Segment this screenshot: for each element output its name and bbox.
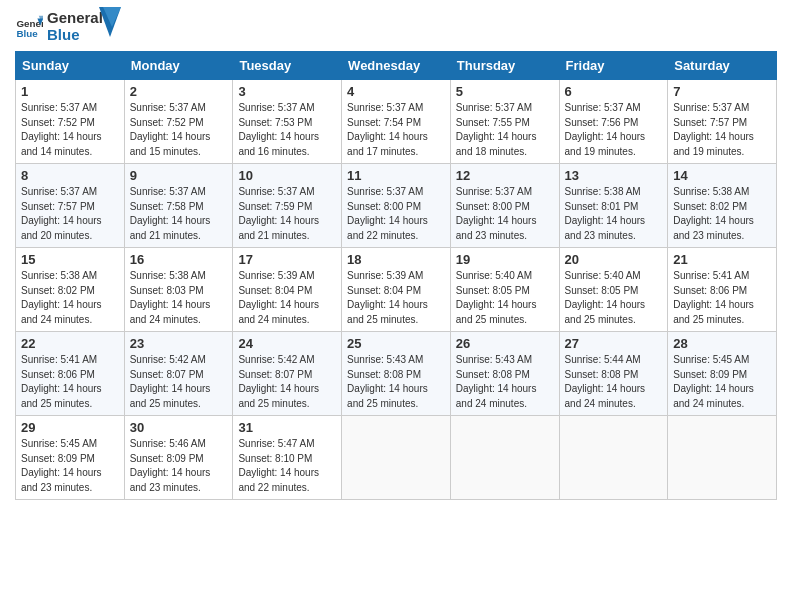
day-info: Sunrise: 5:37 AM Sunset: 7:53 PM Dayligh…: [238, 101, 336, 159]
day-number: 17: [238, 252, 336, 267]
day-info: Sunrise: 5:43 AM Sunset: 8:08 PM Dayligh…: [347, 353, 445, 411]
calendar-cell: 7Sunrise: 5:37 AM Sunset: 7:57 PM Daylig…: [668, 80, 777, 164]
day-number: 5: [456, 84, 554, 99]
calendar-cell: 6Sunrise: 5:37 AM Sunset: 7:56 PM Daylig…: [559, 80, 668, 164]
calendar-header-row: SundayMondayTuesdayWednesdayThursdayFrid…: [16, 52, 777, 80]
logo: General Blue General Blue: [15, 10, 121, 43]
day-info: Sunrise: 5:42 AM Sunset: 8:07 PM Dayligh…: [130, 353, 228, 411]
calendar-cell: 8Sunrise: 5:37 AM Sunset: 7:57 PM Daylig…: [16, 164, 125, 248]
day-number: 18: [347, 252, 445, 267]
day-info: Sunrise: 5:42 AM Sunset: 8:07 PM Dayligh…: [238, 353, 336, 411]
day-info: Sunrise: 5:47 AM Sunset: 8:10 PM Dayligh…: [238, 437, 336, 495]
calendar-cell: 26Sunrise: 5:43 AM Sunset: 8:08 PM Dayli…: [450, 332, 559, 416]
day-number: 29: [21, 420, 119, 435]
day-number: 6: [565, 84, 663, 99]
logo-blue: Blue: [47, 27, 103, 44]
calendar-cell: 9Sunrise: 5:37 AM Sunset: 7:58 PM Daylig…: [124, 164, 233, 248]
day-number: 23: [130, 336, 228, 351]
calendar-week-row: 22Sunrise: 5:41 AM Sunset: 8:06 PM Dayli…: [16, 332, 777, 416]
day-info: Sunrise: 5:38 AM Sunset: 8:02 PM Dayligh…: [21, 269, 119, 327]
day-number: 1: [21, 84, 119, 99]
day-info: Sunrise: 5:37 AM Sunset: 8:00 PM Dayligh…: [347, 185, 445, 243]
day-header-thursday: Thursday: [450, 52, 559, 80]
calendar-cell: 29Sunrise: 5:45 AM Sunset: 8:09 PM Dayli…: [16, 416, 125, 500]
svg-text:Blue: Blue: [16, 27, 38, 38]
header: General Blue General Blue: [15, 10, 777, 43]
day-info: Sunrise: 5:37 AM Sunset: 7:56 PM Dayligh…: [565, 101, 663, 159]
day-info: Sunrise: 5:43 AM Sunset: 8:08 PM Dayligh…: [456, 353, 554, 411]
logo-icon: General Blue: [15, 13, 43, 41]
calendar-cell: 11Sunrise: 5:37 AM Sunset: 8:00 PM Dayli…: [342, 164, 451, 248]
day-number: 10: [238, 168, 336, 183]
day-header-saturday: Saturday: [668, 52, 777, 80]
day-number: 7: [673, 84, 771, 99]
day-number: 31: [238, 420, 336, 435]
day-info: Sunrise: 5:41 AM Sunset: 8:06 PM Dayligh…: [673, 269, 771, 327]
day-info: Sunrise: 5:38 AM Sunset: 8:03 PM Dayligh…: [130, 269, 228, 327]
day-info: Sunrise: 5:44 AM Sunset: 8:08 PM Dayligh…: [565, 353, 663, 411]
day-info: Sunrise: 5:40 AM Sunset: 8:05 PM Dayligh…: [456, 269, 554, 327]
calendar-table: SundayMondayTuesdayWednesdayThursdayFrid…: [15, 51, 777, 500]
day-info: Sunrise: 5:40 AM Sunset: 8:05 PM Dayligh…: [565, 269, 663, 327]
calendar-cell: 27Sunrise: 5:44 AM Sunset: 8:08 PM Dayli…: [559, 332, 668, 416]
calendar-cell: 15Sunrise: 5:38 AM Sunset: 8:02 PM Dayli…: [16, 248, 125, 332]
day-number: 24: [238, 336, 336, 351]
logo-general: General: [47, 10, 103, 27]
logo-arrow-icon: [99, 7, 121, 37]
day-number: 16: [130, 252, 228, 267]
calendar-cell: 14Sunrise: 5:38 AM Sunset: 8:02 PM Dayli…: [668, 164, 777, 248]
day-info: Sunrise: 5:38 AM Sunset: 8:01 PM Dayligh…: [565, 185, 663, 243]
day-number: 4: [347, 84, 445, 99]
day-info: Sunrise: 5:37 AM Sunset: 7:57 PM Dayligh…: [21, 185, 119, 243]
day-number: 19: [456, 252, 554, 267]
calendar-cell: 16Sunrise: 5:38 AM Sunset: 8:03 PM Dayli…: [124, 248, 233, 332]
calendar-cell: [450, 416, 559, 500]
day-number: 12: [456, 168, 554, 183]
calendar-cell: 4Sunrise: 5:37 AM Sunset: 7:54 PM Daylig…: [342, 80, 451, 164]
day-number: 11: [347, 168, 445, 183]
calendar-cell: [668, 416, 777, 500]
day-header-monday: Monday: [124, 52, 233, 80]
day-number: 14: [673, 168, 771, 183]
calendar-cell: 3Sunrise: 5:37 AM Sunset: 7:53 PM Daylig…: [233, 80, 342, 164]
day-info: Sunrise: 5:45 AM Sunset: 8:09 PM Dayligh…: [21, 437, 119, 495]
day-info: Sunrise: 5:37 AM Sunset: 7:55 PM Dayligh…: [456, 101, 554, 159]
calendar-cell: [342, 416, 451, 500]
day-info: Sunrise: 5:45 AM Sunset: 8:09 PM Dayligh…: [673, 353, 771, 411]
calendar-cell: 5Sunrise: 5:37 AM Sunset: 7:55 PM Daylig…: [450, 80, 559, 164]
day-number: 3: [238, 84, 336, 99]
day-header-wednesday: Wednesday: [342, 52, 451, 80]
day-number: 2: [130, 84, 228, 99]
day-info: Sunrise: 5:37 AM Sunset: 8:00 PM Dayligh…: [456, 185, 554, 243]
day-number: 22: [21, 336, 119, 351]
day-info: Sunrise: 5:38 AM Sunset: 8:02 PM Dayligh…: [673, 185, 771, 243]
day-number: 30: [130, 420, 228, 435]
calendar-cell: 23Sunrise: 5:42 AM Sunset: 8:07 PM Dayli…: [124, 332, 233, 416]
calendar-cell: 31Sunrise: 5:47 AM Sunset: 8:10 PM Dayli…: [233, 416, 342, 500]
calendar-week-row: 15Sunrise: 5:38 AM Sunset: 8:02 PM Dayli…: [16, 248, 777, 332]
calendar-week-row: 1Sunrise: 5:37 AM Sunset: 7:52 PM Daylig…: [16, 80, 777, 164]
day-number: 9: [130, 168, 228, 183]
day-info: Sunrise: 5:37 AM Sunset: 7:54 PM Dayligh…: [347, 101, 445, 159]
day-number: 28: [673, 336, 771, 351]
day-number: 27: [565, 336, 663, 351]
day-info: Sunrise: 5:37 AM Sunset: 7:52 PM Dayligh…: [21, 101, 119, 159]
day-number: 20: [565, 252, 663, 267]
day-header-tuesday: Tuesday: [233, 52, 342, 80]
day-number: 15: [21, 252, 119, 267]
day-number: 21: [673, 252, 771, 267]
calendar-cell: 24Sunrise: 5:42 AM Sunset: 8:07 PM Dayli…: [233, 332, 342, 416]
day-header-friday: Friday: [559, 52, 668, 80]
day-info: Sunrise: 5:37 AM Sunset: 7:58 PM Dayligh…: [130, 185, 228, 243]
day-info: Sunrise: 5:41 AM Sunset: 8:06 PM Dayligh…: [21, 353, 119, 411]
calendar-cell: 12Sunrise: 5:37 AM Sunset: 8:00 PM Dayli…: [450, 164, 559, 248]
day-number: 8: [21, 168, 119, 183]
day-number: 25: [347, 336, 445, 351]
calendar-cell: 18Sunrise: 5:39 AM Sunset: 8:04 PM Dayli…: [342, 248, 451, 332]
calendar-cell: [559, 416, 668, 500]
calendar-cell: 25Sunrise: 5:43 AM Sunset: 8:08 PM Dayli…: [342, 332, 451, 416]
calendar-cell: 30Sunrise: 5:46 AM Sunset: 8:09 PM Dayli…: [124, 416, 233, 500]
calendar-week-row: 8Sunrise: 5:37 AM Sunset: 7:57 PM Daylig…: [16, 164, 777, 248]
calendar-cell: 2Sunrise: 5:37 AM Sunset: 7:52 PM Daylig…: [124, 80, 233, 164]
calendar-week-row: 29Sunrise: 5:45 AM Sunset: 8:09 PM Dayli…: [16, 416, 777, 500]
